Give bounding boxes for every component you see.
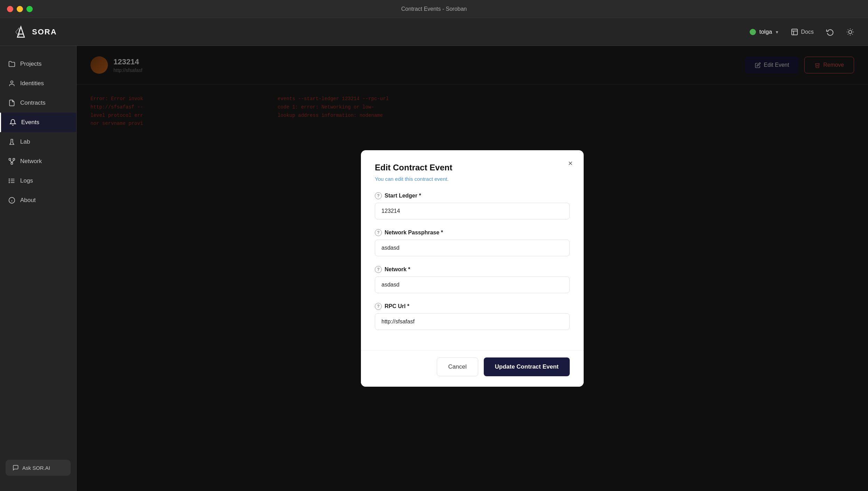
user-icon: [8, 80, 15, 87]
sidebar-item-projects[interactable]: Projects: [0, 54, 76, 74]
rpc-url-label-text: RPC Url *: [385, 303, 409, 309]
network-input[interactable]: [375, 276, 570, 293]
modal-footer: Cancel Update Contract Event: [361, 350, 584, 387]
sidebar-label-identities: Identities: [20, 80, 44, 87]
svg-point-15: [11, 81, 13, 83]
sidebar-label-projects: Projects: [20, 61, 41, 67]
svg-line-9: [848, 29, 848, 30]
sidebar-item-events[interactable]: Events: [0, 113, 76, 132]
modal-subtitle: You can edit this contract event.: [375, 176, 570, 182]
sidebar-item-logs[interactable]: Logs: [0, 171, 76, 191]
ask-sorai-label: Ask SOR.AI: [22, 465, 50, 471]
maximize-button[interactable]: [26, 6, 33, 12]
svg-point-26: [9, 182, 10, 183]
theme-toggle[interactable]: [846, 28, 854, 36]
user-status-dot: [750, 29, 756, 35]
ask-sorai-button[interactable]: Ask SOR.AI: [6, 460, 71, 476]
sidebar-item-contracts[interactable]: Contracts: [0, 93, 76, 113]
sidebar-item-about[interactable]: About: [0, 191, 76, 210]
sun-icon: [846, 28, 854, 36]
user-name: tolga: [759, 29, 772, 35]
start-ledger-label-text: Start Ledger *: [385, 193, 421, 199]
start-ledger-label: ? Start Ledger *: [375, 192, 570, 199]
sidebar-label-events: Events: [21, 119, 39, 126]
cancel-label: Cancel: [448, 363, 467, 370]
network-passphrase-label: ? Network Passphrase *: [375, 229, 570, 236]
info-icon: [8, 197, 15, 204]
close-icon: ×: [568, 159, 573, 168]
minimize-button[interactable]: [17, 6, 23, 12]
refresh-icon: [826, 28, 834, 36]
sidebar: Projects Identities Contracts Events: [0, 46, 77, 491]
start-ledger-input[interactable]: [375, 203, 570, 219]
logo-icon: [14, 25, 28, 39]
update-label: Update Contract Event: [495, 363, 559, 370]
modal-overlay[interactable]: Edit Contract Event You can edit this co…: [77, 46, 868, 491]
list-icon: [8, 177, 15, 184]
docs-label: Docs: [801, 29, 814, 35]
start-ledger-help-icon[interactable]: ?: [375, 192, 382, 199]
logo: SORA: [14, 25, 57, 39]
form-group-network-passphrase: ? Network Passphrase *: [375, 229, 570, 256]
sidebar-item-lab[interactable]: Lab: [0, 132, 76, 152]
network-passphrase-label-text: Network Passphrase *: [385, 230, 443, 236]
network-passphrase-input[interactable]: [375, 240, 570, 256]
sidebar-item-network[interactable]: Network: [0, 152, 76, 171]
form-group-rpc-url: ? RPC Url *: [375, 303, 570, 330]
svg-line-20: [12, 160, 14, 163]
sidebar-label-contracts: Contracts: [20, 99, 46, 106]
titlebar: Contract Events - Soroban: [0, 0, 868, 18]
window-title: Contract Events - Soroban: [401, 6, 467, 12]
network-icon: [8, 158, 15, 165]
form-group-network: ? Network *: [375, 266, 570, 293]
network-label: ? Network *: [375, 266, 570, 273]
svg-rect-3: [791, 29, 797, 35]
sidebar-bottom: Ask SOR.AI: [0, 453, 76, 483]
rpc-url-label: ? RPC Url *: [375, 303, 570, 310]
modal-title: Edit Contract Event: [375, 163, 570, 172]
sidebar-label-lab: Lab: [20, 138, 30, 145]
header-right: tolga ▾ Docs: [750, 28, 854, 36]
titlebar-buttons: [7, 6, 33, 12]
sidebar-label-network: Network: [20, 158, 42, 165]
close-button[interactable]: [7, 6, 13, 12]
modal-close-button[interactable]: ×: [564, 157, 577, 170]
cancel-button[interactable]: Cancel: [437, 357, 478, 376]
svg-point-6: [849, 30, 852, 33]
svg-rect-16: [9, 159, 11, 160]
modal-header: Edit Contract Event You can edit this co…: [361, 150, 584, 189]
user-menu[interactable]: tolga ▾: [750, 29, 778, 35]
docs-link[interactable]: Docs: [791, 28, 814, 36]
svg-line-14: [852, 29, 853, 30]
sidebar-label-logs: Logs: [20, 177, 33, 184]
network-label-text: Network *: [385, 266, 410, 273]
svg-line-10: [852, 34, 853, 34]
sidebar-item-identities[interactable]: Identities: [0, 74, 76, 93]
book-icon: [791, 28, 798, 36]
svg-line-19: [10, 160, 12, 163]
edit-contract-event-modal: Edit Contract Event You can edit this co…: [361, 150, 584, 387]
svg-point-24: [9, 179, 10, 179]
flask-icon: [8, 138, 15, 145]
rpc-url-input[interactable]: [375, 313, 570, 330]
logo-text: SORA: [32, 27, 57, 37]
main-layout: Projects Identities Contracts Events: [0, 46, 868, 491]
chevron-down-icon: ▾: [776, 29, 778, 35]
form-group-start-ledger: ? Start Ledger *: [375, 192, 570, 219]
network-help-icon[interactable]: ?: [375, 266, 382, 273]
folder-icon: [8, 61, 15, 67]
svg-rect-18: [11, 162, 13, 164]
chat-icon: [13, 465, 19, 471]
svg-point-25: [9, 180, 10, 181]
svg-line-13: [848, 34, 848, 34]
rpc-url-help-icon[interactable]: ?: [375, 303, 382, 310]
bell-icon: [9, 119, 16, 126]
modal-body: ? Start Ledger * ? Network Passphrase *: [361, 189, 584, 350]
file-icon: [8, 99, 15, 106]
refresh-button[interactable]: [826, 28, 834, 36]
sidebar-label-about: About: [20, 197, 35, 204]
update-contract-event-button[interactable]: Update Contract Event: [484, 357, 570, 376]
svg-rect-17: [13, 159, 15, 160]
network-passphrase-help-icon[interactable]: ?: [375, 229, 382, 236]
content-area: 123214 http://sfsafasf Edit Event: [77, 46, 868, 491]
